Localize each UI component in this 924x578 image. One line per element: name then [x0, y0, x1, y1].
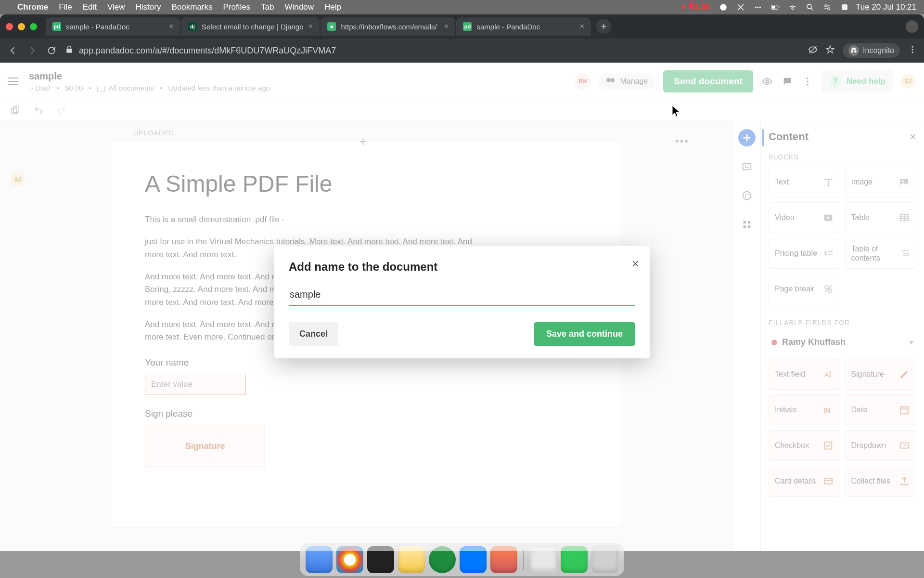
field-initials[interactable]: InitialsIN: [769, 394, 840, 425]
new-tab-button[interactable]: +: [596, 19, 611, 34]
field-date[interactable]: Date: [845, 394, 917, 425]
document-title[interactable]: sample: [29, 71, 270, 82]
recipient-avatar[interactable]: RK: [575, 73, 591, 90]
menu-view[interactable]: View: [107, 2, 125, 12]
need-help-button[interactable]: ?Need help: [821, 70, 893, 92]
recipient-selector[interactable]: Ramy Khuffash▾: [769, 332, 916, 352]
user-avatar[interactable]: SJ: [901, 74, 915, 89]
battery-menu-icon[interactable]: [771, 3, 780, 12]
block-toc[interactable]: Table of contents: [845, 238, 917, 269]
wifi-icon[interactable]: [788, 3, 797, 12]
signature-field[interactable]: Signature: [145, 425, 265, 468]
svg-point-30: [747, 194, 749, 195]
siri-icon[interactable]: [840, 3, 849, 12]
incognito-indicator[interactable]: Incognito: [843, 43, 900, 58]
preview-button[interactable]: [761, 75, 773, 88]
undo-button[interactable]: [32, 104, 45, 117]
tab-1[interactable]: djSelect email to change | Django×: [181, 17, 320, 36]
tab-0[interactable]: pdsample - PandaDoc×: [46, 17, 180, 36]
svg-rect-59: [824, 442, 832, 449]
block-pagebreak[interactable]: Page break: [769, 274, 840, 304]
save-continue-button[interactable]: Save and continue: [534, 322, 635, 346]
variables-rail-button[interactable]: [738, 158, 756, 175]
menu-edit[interactable]: Edit: [83, 2, 97, 12]
hamburger-button[interactable]: [5, 73, 21, 90]
close-icon[interactable]: ×: [580, 22, 585, 31]
close-icon[interactable]: ×: [308, 22, 313, 31]
dock-terminal[interactable]: [367, 546, 394, 573]
close-icon[interactable]: ×: [169, 22, 174, 31]
lock-icon: [64, 45, 74, 57]
redo-button[interactable]: [55, 104, 68, 117]
add-section-button[interactable]: +: [359, 134, 373, 148]
field-checkbox[interactable]: Checkbox: [769, 430, 840, 461]
dock-chrome[interactable]: [336, 546, 363, 573]
dock-app-2[interactable]: [460, 546, 487, 573]
url-input[interactable]: app.pandadoc.com/a/#/documents/dMkF6UDU7…: [64, 45, 795, 57]
status-icon-1[interactable]: [719, 3, 728, 12]
block-video[interactable]: Video: [769, 202, 840, 233]
window-controls[interactable]: [6, 23, 37, 30]
svg-rect-32: [743, 221, 746, 224]
field-card[interactable]: Card details: [769, 466, 840, 497]
menu-file[interactable]: File: [59, 2, 72, 12]
battery-icon[interactable]: 03:39: [679, 2, 710, 12]
block-text[interactable]: Text: [769, 167, 840, 197]
content-rail-button[interactable]: [738, 129, 756, 146]
apps-rail-button[interactable]: [738, 216, 756, 233]
block-pricing[interactable]: Pricing table$: [769, 238, 840, 269]
document-name-input[interactable]: [289, 286, 635, 306]
eye-off-icon[interactable]: [808, 45, 818, 56]
menu-help[interactable]: Help: [324, 2, 341, 12]
macos-menubar: Chrome File Edit View History Bookmarks …: [0, 0, 924, 14]
dock-finder[interactable]: [306, 546, 333, 573]
spotlight-icon[interactable]: [806, 3, 814, 12]
kebab-icon[interactable]: [908, 45, 917, 56]
menubar-app-name[interactable]: Chrome: [17, 2, 48, 12]
dock-app-3[interactable]: [490, 546, 517, 573]
dock-notes[interactable]: [398, 546, 425, 573]
reload-button[interactable]: [45, 44, 58, 57]
cancel-button[interactable]: Cancel: [289, 322, 338, 346]
more-button[interactable]: [801, 75, 814, 88]
forward-button[interactable]: [26, 44, 38, 57]
dock-app-5[interactable]: [561, 546, 588, 573]
manage-button[interactable]: Manage: [599, 73, 655, 90]
status-icon-3[interactable]: [754, 3, 762, 12]
favicon-icon: pd: [52, 22, 61, 31]
svg-point-49: [824, 286, 828, 289]
status-icon-2[interactable]: [736, 3, 745, 12]
menu-window[interactable]: Window: [285, 2, 314, 12]
menu-bookmarks[interactable]: Bookmarks: [171, 2, 212, 12]
dock-trash[interactable]: [591, 546, 618, 573]
field-text[interactable]: Text fieldA: [769, 359, 840, 390]
send-document-button[interactable]: Send document: [663, 70, 753, 92]
tab-2[interactable]: ⎈https://inboxflows.com/emails/×: [321, 17, 455, 36]
star-icon[interactable]: [825, 45, 835, 56]
duplicate-button[interactable]: [9, 104, 22, 117]
field-dropdown[interactable]: Dropdown: [845, 430, 917, 461]
text-field-input[interactable]: [145, 374, 246, 395]
control-center-icon[interactable]: [823, 3, 832, 12]
menu-tab[interactable]: Tab: [261, 2, 274, 12]
close-icon[interactable]: ×: [632, 256, 639, 271]
close-icon[interactable]: ×: [444, 22, 449, 31]
menu-profiles[interactable]: Profiles: [223, 2, 250, 12]
profile-badge[interactable]: [906, 20, 918, 33]
comments-button[interactable]: [781, 75, 794, 88]
close-icon[interactable]: ×: [910, 130, 916, 144]
field-signature[interactable]: Signature: [845, 359, 917, 390]
tab-3[interactable]: pdsample - PandaDoc×: [456, 17, 591, 36]
dock-app-1[interactable]: [429, 546, 456, 573]
back-button[interactable]: [7, 44, 19, 57]
folder-link[interactable]: All documents: [109, 84, 154, 92]
menu-history[interactable]: History: [135, 2, 161, 12]
block-table[interactable]: Table: [845, 202, 917, 233]
dock-app-4[interactable]: [530, 546, 557, 573]
menubar-clock[interactable]: Tue 20 Jul 10:21: [856, 2, 916, 12]
field-collect[interactable]: Collect files: [845, 466, 917, 497]
design-rail-button[interactable]: [738, 187, 756, 204]
section-more-button[interactable]: •••: [675, 135, 689, 147]
svg-point-2: [757, 7, 758, 8]
block-image[interactable]: Image: [845, 167, 917, 197]
